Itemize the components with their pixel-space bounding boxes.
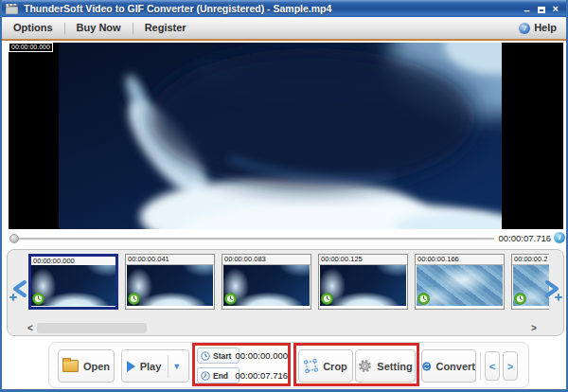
menu-buy-now[interactable]: Buy Now — [65, 17, 133, 39]
chevron-left-icon: < — [489, 361, 495, 372]
thumbnail-item[interactable]: 00:00:00.166 — [415, 254, 505, 310]
thumbnail-panel: 00:00:00.000 00:00:00.041 00:00:00 — [7, 249, 564, 336]
thumbnail-item[interactable]: 00:00:00.083 — [222, 254, 311, 310]
start-label: Start — [213, 351, 231, 361]
convert-label: Convert — [435, 361, 475, 372]
end-label: End — [213, 371, 228, 381]
folder-icon — [62, 360, 79, 372]
maximize-icon[interactable] — [538, 7, 545, 13]
start-clock-icon — [201, 351, 210, 361]
menu-help[interactable]: ? Help — [519, 17, 557, 39]
crop-label: Crop — [323, 361, 347, 372]
clock-badge-icon — [321, 293, 333, 305]
thumbnail-item[interactable]: 00:00:00.125 — [318, 254, 408, 310]
scrollbar-right-arrow[interactable]: > — [531, 323, 537, 334]
thumbnail-item[interactable]: 00:00:00.041 — [125, 254, 215, 310]
help-label: Help — [534, 17, 557, 39]
info-icon[interactable]: i — [554, 232, 565, 243]
crop-icon — [304, 359, 318, 373]
menu-bottom-rule — [2, 39, 566, 41]
prev-frame-button[interactable]: < — [485, 351, 500, 381]
chevron-down-icon[interactable]: ▼ — [172, 362, 181, 371]
thumbnail-strip: 00:00:00.000 00:00:00.041 00:00:00 — [28, 254, 549, 312]
menu-bar: Options Buy Now Register ? Help — [2, 17, 566, 40]
thumbnail-timestamp: 00:00:00.041 — [126, 255, 214, 265]
thumbnail-timestamp: 00:00:00.2 — [512, 255, 549, 265]
app-icon — [6, 4, 19, 14]
window-title: ThunderSoft Video to GIF Converter (Unre… — [24, 3, 331, 14]
convert-icon — [422, 360, 431, 373]
open-label: Open — [83, 361, 110, 372]
toolbar-separator — [480, 352, 481, 380]
start-button[interactable]: Start — [197, 347, 240, 364]
thumbnail-timestamp: 00:00:00.083 — [222, 255, 311, 265]
prev-thumbnails-icon[interactable] — [9, 278, 28, 303]
end-clock-icon — [201, 371, 210, 381]
next-frame-button[interactable]: > — [503, 351, 518, 381]
thumbnail-timestamp: 00:00:00.166 — [416, 255, 504, 265]
app-window: ThunderSoft Video to GIF Converter (Unre… — [0, 0, 568, 392]
button-divider — [168, 355, 169, 378]
play-button-group[interactable]: Play ▼ — [121, 349, 189, 383]
scrollbar-thumb[interactable] — [37, 323, 147, 333]
minimize-icon[interactable]: – — [524, 4, 529, 17]
clock-badge-icon — [128, 293, 140, 305]
open-button[interactable]: Open — [58, 349, 115, 383]
clock-badge-icon — [417, 293, 430, 305]
duration-label: 00:00:07.716 — [498, 233, 551, 243]
end-button[interactable]: End — [197, 367, 240, 383]
seek-track[interactable] — [13, 238, 494, 241]
seek-knob[interactable] — [9, 234, 19, 243]
scrollbar-left-arrow[interactable]: < — [27, 323, 33, 334]
next-thumbnails-icon[interactable] — [543, 278, 562, 303]
clock-badge-icon — [224, 293, 237, 305]
play-label: Play — [140, 361, 162, 372]
menu-options[interactable]: Options — [2, 17, 64, 39]
crop-button[interactable]: Crop — [298, 349, 353, 383]
convert-button[interactable]: Convert — [421, 349, 476, 383]
chevron-right-icon: > — [507, 361, 513, 372]
start-time-value[interactable]: 00:00:00.000 — [239, 347, 288, 364]
clock-badge-icon — [32, 293, 44, 305]
video-preview[interactable]: 00:00:00.000 — [9, 43, 563, 229]
help-icon: ? — [519, 23, 530, 34]
setting-label: Setting — [377, 361, 412, 372]
setting-button[interactable]: Setting — [355, 349, 416, 383]
play-icon — [127, 361, 135, 372]
close-icon[interactable]: × — [553, 2, 559, 15]
playback-position-overlay: 00:00:00.000 — [9, 43, 53, 52]
end-time-value[interactable]: 00:00:07.716 — [239, 367, 288, 383]
thumbnail-item[interactable]: 00:00:00.000 — [28, 254, 118, 310]
title-bar: ThunderSoft Video to GIF Converter (Unre… — [2, 0, 566, 17]
clock-badge-icon — [514, 293, 526, 305]
video-frame-antarctica — [59, 43, 502, 229]
thumbnail-timestamp: 00:00:00.125 — [319, 255, 407, 265]
menu-register[interactable]: Register — [133, 17, 198, 39]
gear-icon — [358, 359, 372, 373]
